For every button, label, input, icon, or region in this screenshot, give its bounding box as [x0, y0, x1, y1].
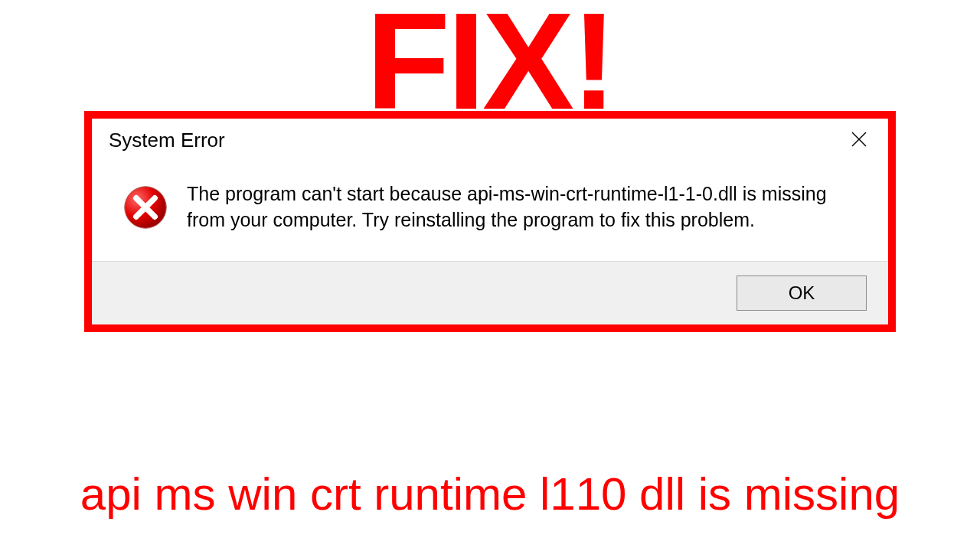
ok-button[interactable]: OK: [737, 276, 867, 311]
fix-banner-text: FIX!: [366, 0, 614, 130]
error-icon: [122, 184, 168, 230]
dialog-footer: OK: [92, 261, 888, 324]
close-icon: [850, 130, 868, 148]
bottom-caption: api ms win crt runtime l110 dll is missi…: [0, 468, 980, 520]
error-dialog: System Error: [92, 119, 888, 324]
dialog-highlight-frame: System Error: [84, 111, 896, 332]
dialog-body: The program can't start because api-ms-w…: [92, 160, 888, 261]
dialog-message: The program can't start because api-ms-w…: [187, 181, 858, 233]
close-button[interactable]: [844, 128, 874, 152]
dialog-title: System Error: [109, 129, 225, 152]
